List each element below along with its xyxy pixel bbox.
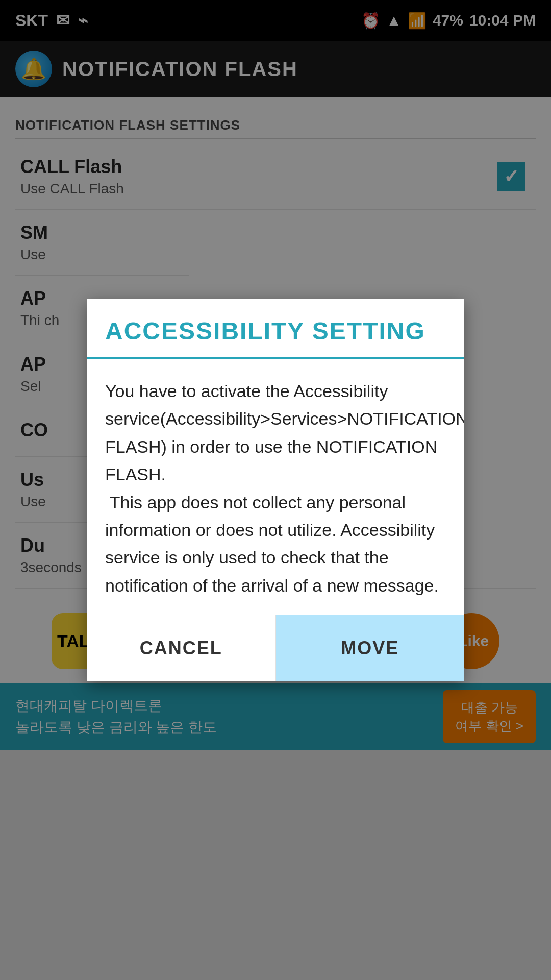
accessibility-dialog: ACCESSIBILITY SETTING You have to activa… [87, 299, 464, 681]
modal-title-bar: ACCESSIBILITY SETTING [87, 299, 464, 359]
modal-title: ACCESSIBILITY SETTING [105, 317, 446, 345]
modal-buttons: CANCEL MOVE [87, 615, 464, 681]
cancel-button[interactable]: CANCEL [87, 615, 276, 681]
modal-text: You have to activate the Accessibility s… [105, 377, 446, 599]
modal-body: You have to activate the Accessibility s… [87, 359, 464, 604]
move-button[interactable]: MOVE [276, 615, 465, 681]
modal-overlay: ACCESSIBILITY SETTING You have to activa… [0, 0, 551, 980]
